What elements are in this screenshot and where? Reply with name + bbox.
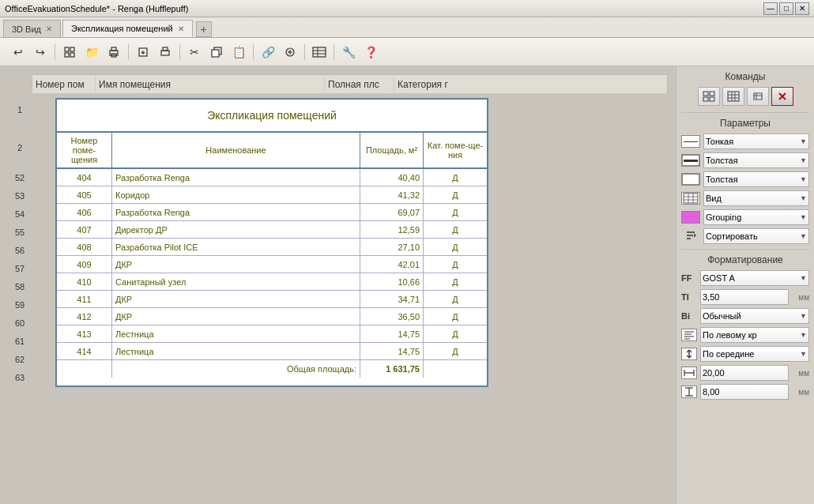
- cmd-btn-2[interactable]: [722, 87, 744, 106]
- cmd-btn-1[interactable]: [698, 87, 720, 106]
- open-button[interactable]: 📁: [81, 42, 102, 62]
- svg-rect-1: [70, 47, 74, 51]
- export-button[interactable]: [133, 42, 153, 62]
- param-thick2: Толстая ▼: [681, 171, 809, 187]
- close-button[interactable]: ✕: [795, 2, 809, 15]
- row-num-10: 59: [8, 296, 32, 314]
- toolbar-sep-5: [304, 44, 305, 60]
- maximize-button[interactable]: □: [779, 2, 793, 15]
- format-v-input[interactable]: 8,00: [700, 384, 789, 400]
- help-button[interactable]: ❓: [360, 42, 381, 62]
- main-layout: Номер пом Имя помещения Полная плс Катег…: [0, 66, 814, 504]
- settings-button[interactable]: 🔧: [338, 42, 359, 62]
- toolbar-sep-1: [55, 44, 55, 60]
- undo-button[interactable]: ↩: [8, 42, 28, 62]
- table-row: 406Разработка Renga69,07Д: [57, 204, 487, 221]
- tab-explication[interactable]: Экспликация помещений ✕: [62, 20, 193, 37]
- thin-select[interactable]: Тонкая ▼: [703, 134, 809, 149]
- schedule-with-numbers: 12525354555657585960616263 Экспликация п…: [8, 93, 668, 387]
- toolbar-sep-2: [128, 44, 129, 60]
- view-select[interactable]: Вид ▼: [703, 190, 809, 206]
- svg-rect-0: [65, 47, 69, 51]
- window-controls: — □ ✕: [763, 2, 809, 15]
- toolbar-sep-3: [179, 44, 180, 60]
- grouping-select[interactable]: Grouping ▼: [703, 209, 809, 225]
- svg-rect-3: [70, 53, 74, 57]
- param-grouping: Grouping ▼: [681, 209, 809, 225]
- param-sort: Сортировать ▼: [681, 228, 809, 244]
- format-ff-row: FF GOST A ▼: [681, 270, 809, 286]
- format-v-row: 8,00 мм: [681, 384, 809, 400]
- cut-button[interactable]: ✂: [184, 42, 205, 62]
- grid2-button[interactable]: [309, 42, 330, 62]
- tab-explication-close[interactable]: ✕: [178, 24, 184, 33]
- schedule-title: Экспликация помещений: [57, 100, 487, 133]
- svg-rect-23: [710, 97, 714, 101]
- sort-icon: [681, 229, 700, 244]
- row-num-2: 2: [8, 126, 32, 169]
- format-valign-select[interactable]: По середине ▼: [700, 346, 809, 362]
- format-ff-select[interactable]: GOST A ▼: [700, 270, 809, 286]
- sch-col-cat: Кат. поме-ще-ния: [424, 133, 487, 167]
- format-valign-row: По середине ▼: [681, 346, 809, 362]
- title-bar: OfficeEvakuationSchedule* - Renga (Huffl…: [0, 0, 814, 17]
- format-ti-input[interactable]: 3,50: [700, 289, 789, 305]
- tab-3d[interactable]: 3D Вид ✕: [3, 20, 61, 37]
- cmd-btn-4[interactable]: [771, 87, 793, 106]
- table-row: 414Лестница14,75Д: [57, 343, 487, 360]
- tab-explication-label: Экспликация помещений: [71, 24, 173, 33]
- table-row: 413Лестница14,75Д: [57, 325, 487, 343]
- link2-button[interactable]: [280, 42, 300, 62]
- sch-col-name: Наименование: [112, 133, 360, 167]
- cmd-btn-3[interactable]: [747, 87, 769, 106]
- format-h-row: 20,00 мм: [681, 365, 809, 381]
- table-row: 407Директор ДР12,59Д: [57, 221, 487, 239]
- print2-button[interactable]: [155, 42, 175, 62]
- format-ti-unit: мм: [792, 293, 809, 302]
- params-title: Параметры: [681, 118, 809, 129]
- row-num-7: 56: [8, 242, 32, 260]
- tab-bar: 3D Вид ✕ Экспликация помещений ✕ +: [0, 17, 814, 38]
- row-num-14: 63: [8, 369, 32, 387]
- sch-col-area: Площадь, м²: [360, 133, 424, 167]
- table-row: 412ДКР36,50Д: [57, 308, 487, 325]
- format-bi-select[interactable]: Обычный ▼: [700, 308, 809, 324]
- row-num-12: 61: [8, 333, 32, 351]
- grid-button[interactable]: [59, 42, 80, 62]
- svg-rect-10: [163, 47, 168, 51]
- thick1-select[interactable]: Толстая ▼: [703, 152, 809, 168]
- divider-2: [681, 249, 809, 250]
- format-bi-label: Bi: [681, 311, 697, 321]
- svg-rect-20: [703, 92, 708, 96]
- svg-rect-9: [161, 51, 169, 55]
- redo-button[interactable]: ↪: [30, 42, 51, 62]
- print-button[interactable]: [104, 42, 124, 62]
- table-row: 411ДКР34,71Д: [57, 291, 487, 308]
- svg-rect-33: [684, 194, 698, 203]
- sort-select[interactable]: Сортировать ▼: [703, 228, 809, 244]
- svg-rect-24: [728, 92, 739, 101]
- copy-button[interactable]: [206, 42, 227, 62]
- content-area: Номер пом Имя помещения Полная плс Катег…: [0, 66, 676, 504]
- format-h-input[interactable]: 20,00: [700, 365, 789, 381]
- h-spacing-icon: [681, 367, 697, 379]
- row-numbers: 12525354555657585960616263: [8, 93, 32, 387]
- row-num-3: 52: [8, 169, 32, 187]
- schedule-body: 404Разработка Renga40,40Д405Коридор41,32…: [57, 169, 487, 378]
- row-num-13: 62: [8, 351, 32, 369]
- table-row: 404Разработка Renga40,40Д: [57, 169, 487, 186]
- paste-button[interactable]: 📋: [228, 42, 249, 62]
- table-row: 409ДКР42,01Д: [57, 256, 487, 273]
- format-align-row: По левому кр ▼: [681, 327, 809, 343]
- link-button[interactable]: 🔗: [258, 42, 278, 62]
- thick2-select[interactable]: Толстая ▼: [703, 171, 809, 187]
- tab-3d-close[interactable]: ✕: [46, 24, 52, 33]
- col-header-area: Полная плс: [325, 75, 394, 93]
- minimize-button[interactable]: —: [763, 2, 778, 15]
- tab-add-button[interactable]: +: [196, 21, 212, 37]
- thick1-icon: [681, 154, 700, 167]
- format-align-select[interactable]: По левому кр ▼: [700, 327, 809, 343]
- row-num-6: 55: [8, 224, 32, 242]
- table-row: 405Коридор41,32Д: [57, 186, 487, 204]
- grouping-color-icon: [681, 211, 700, 224]
